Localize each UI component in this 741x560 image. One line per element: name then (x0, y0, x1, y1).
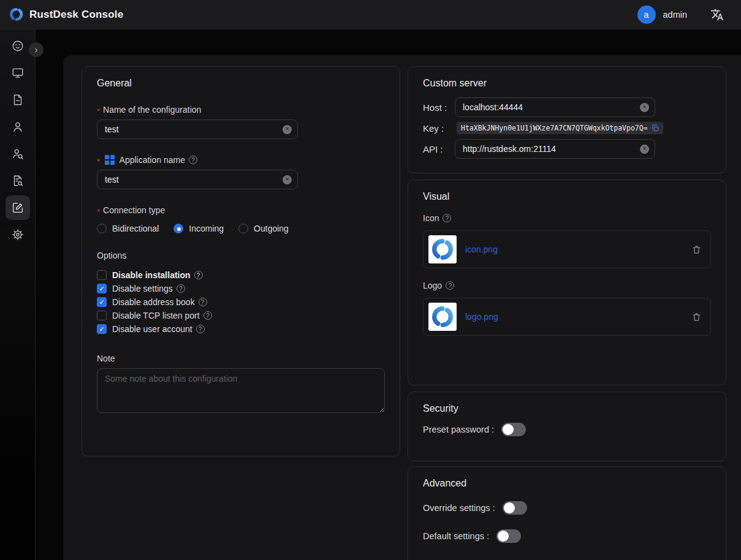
rustdesk-logo-icon (430, 237, 455, 262)
toggle-knob (504, 502, 515, 513)
checkbox-icon: ✓ (97, 270, 107, 280)
custom-server-title: Custom server (423, 78, 711, 89)
default-settings-row: Default settings : (423, 529, 711, 543)
sidebar-expand-button[interactable]: › (29, 42, 44, 57)
trash-icon[interactable] (691, 312, 702, 322)
config-name-label: Name of the configuration (97, 105, 385, 115)
key-value: HtaXBkJNHyn0e1U1jWXze7A7CN7QTGWqxkOtpaVp… (461, 124, 648, 132)
checkbox-disable-address-book[interactable]: ✓ Disable address book? (97, 297, 385, 307)
sidebar-item-sessions[interactable] (6, 88, 30, 112)
config-name-field: ✕ (97, 119, 298, 139)
sidebar (0, 29, 36, 560)
override-settings-label: Override settings : (423, 503, 495, 513)
help-icon[interactable]: ? (199, 298, 207, 306)
radio-icon (97, 224, 107, 233)
monitor-icon (11, 66, 25, 80)
clear-icon[interactable]: ✕ (283, 125, 292, 134)
radio-icon (173, 224, 183, 233)
preset-password-row: Preset password : (423, 423, 711, 436)
user-group-icon (11, 147, 25, 161)
clear-icon[interactable]: ✕ (640, 145, 649, 154)
note-textarea[interactable] (97, 368, 385, 413)
app-header: RustDesk Console a admin (0, 0, 741, 29)
advanced-title: Advanced (423, 478, 711, 489)
preset-password-label: Preset password : (423, 425, 494, 434)
key-row: Key : HtaXBkJNHyn0e1U1jWXze7A7CN7QTGWqxk… (423, 122, 711, 134)
trash-icon[interactable] (691, 244, 702, 255)
help-icon[interactable]: ? (443, 214, 451, 222)
default-settings-toggle[interactable] (496, 529, 521, 543)
override-settings-toggle[interactable] (503, 501, 527, 515)
checkbox-disable-settings[interactable]: ✓ Disable settings? (97, 284, 385, 293)
api-input[interactable] (455, 144, 655, 154)
app-name-input[interactable] (97, 175, 297, 184)
sidebar-item-devices[interactable] (6, 61, 30, 85)
checkbox-disable-installation[interactable]: ✓ Disable installation? (97, 270, 385, 280)
toggle-knob (503, 424, 514, 435)
override-settings-row: Override settings : (423, 501, 711, 515)
options-label: Options (97, 251, 385, 260)
app-name-field: ✕ (97, 170, 298, 189)
gear-icon (11, 228, 25, 241)
radio-bidirectional[interactable]: Bidirectional (97, 224, 159, 233)
checkbox-icon: ✓ (97, 311, 107, 320)
host-field: ✕ (455, 97, 655, 117)
sidebar-item-groups[interactable] (6, 142, 30, 166)
app-title: RustDesk Console (29, 9, 123, 21)
api-row: API : ✕ (423, 139, 711, 159)
clear-icon[interactable]: ✕ (283, 175, 292, 184)
chevron-right-icon: › (35, 45, 38, 54)
logo-file-row: logo.png (423, 298, 711, 336)
help-icon[interactable]: ? (177, 284, 185, 293)
host-input[interactable] (455, 102, 655, 112)
help-icon[interactable]: ? (189, 156, 197, 164)
avatar[interactable]: a (637, 6, 656, 24)
checkbox-disable-user-account[interactable]: ✓ Disable user account? (97, 324, 385, 334)
logo-file-link[interactable]: logo.png (465, 312, 498, 322)
checkbox-icon: ✓ (97, 297, 107, 307)
copy-icon[interactable] (651, 124, 659, 132)
visual-card: Visual Icon ? icon.png Logo ? (408, 180, 726, 385)
rustdesk-logo-icon (430, 305, 455, 329)
sidebar-item-settings[interactable] (6, 222, 30, 247)
clear-icon[interactable]: ✕ (640, 103, 649, 112)
icon-file-link[interactable]: icon.png (465, 244, 498, 254)
custom-server-card: Custom server Host : ✕ Key : HtaXBkJNHyn… (408, 66, 726, 173)
icon-label: Icon ? (423, 213, 711, 223)
visual-title: Visual (423, 191, 711, 202)
sidebar-item-dashboard[interactable] (6, 34, 30, 58)
translate-icon[interactable] (710, 8, 724, 21)
connection-type-group: Bidirectional Incoming Outgoing (97, 224, 385, 233)
radio-incoming[interactable]: Incoming (173, 224, 224, 233)
connection-type-label: Connection type (97, 205, 385, 215)
help-icon[interactable]: ? (194, 271, 203, 279)
help-icon[interactable]: ? (446, 281, 454, 290)
help-icon[interactable]: ? (196, 325, 205, 333)
icon-thumbnail (428, 235, 457, 263)
main-content: General Name of the configuration ✕ Appl… (63, 55, 741, 560)
key-chip: HtaXBkJNHyn0e1U1jWXze7A7CN7QTGWqxkOtpaVp… (457, 122, 663, 134)
note-label: Note (97, 354, 385, 363)
document-icon (11, 93, 25, 107)
security-title: Security (423, 403, 711, 414)
radio-icon (238, 224, 248, 233)
user-icon (11, 120, 25, 134)
logo-label: Logo ? (423, 281, 711, 290)
advanced-card: Advanced Override settings : Default set… (408, 466, 726, 560)
key-label: Key : (423, 123, 455, 134)
username[interactable]: admin (663, 10, 688, 20)
sidebar-item-custom-client[interactable] (6, 195, 30, 220)
preset-password-toggle[interactable] (501, 423, 526, 436)
sidebar-item-audit-logs[interactable] (6, 168, 30, 193)
help-icon[interactable]: ? (203, 311, 212, 320)
icon-file-row: icon.png (423, 230, 711, 268)
radio-outgoing[interactable]: Outgoing (238, 224, 289, 233)
host-label: Host : (423, 102, 455, 113)
sidebar-item-users[interactable] (6, 115, 30, 139)
config-name-input[interactable] (97, 124, 297, 134)
windows-logo-icon (105, 155, 115, 165)
smiley-icon (11, 39, 25, 53)
general-title: General (97, 78, 385, 89)
checkbox-disable-tcp-listen-port[interactable]: ✓ Disable TCP listen port? (97, 311, 385, 320)
checkbox-icon: ✓ (97, 284, 107, 293)
